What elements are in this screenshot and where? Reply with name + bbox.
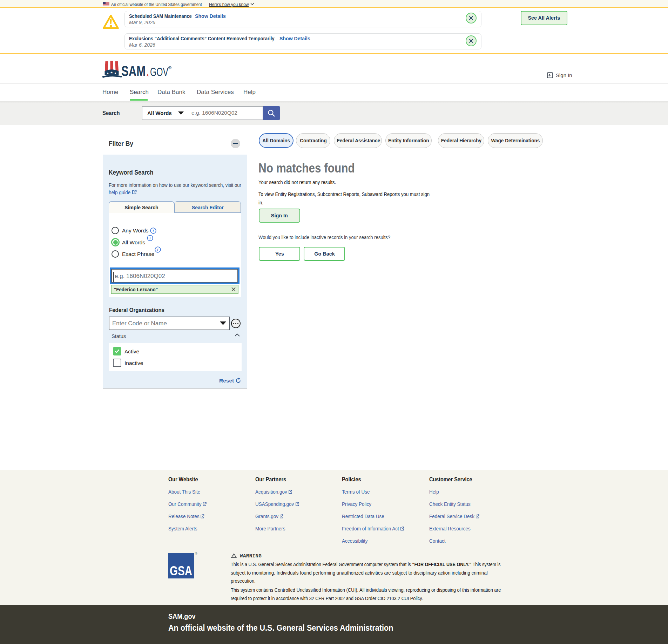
svg-text:i: i — [153, 229, 154, 233]
svg-text:R: R — [169, 67, 171, 69]
svg-text:★: ★ — [114, 72, 117, 75]
svg-text:★: ★ — [146, 73, 149, 77]
svg-text:SAM: SAM — [121, 62, 146, 79]
svg-text:★: ★ — [110, 71, 113, 74]
svg-text:i: i — [149, 236, 151, 240]
svg-text:★: ★ — [107, 72, 109, 75]
svg-text:GOV: GOV — [150, 65, 168, 79]
svg-text:i: i — [157, 248, 158, 252]
svg-text:GSA: GSA — [170, 564, 192, 578]
